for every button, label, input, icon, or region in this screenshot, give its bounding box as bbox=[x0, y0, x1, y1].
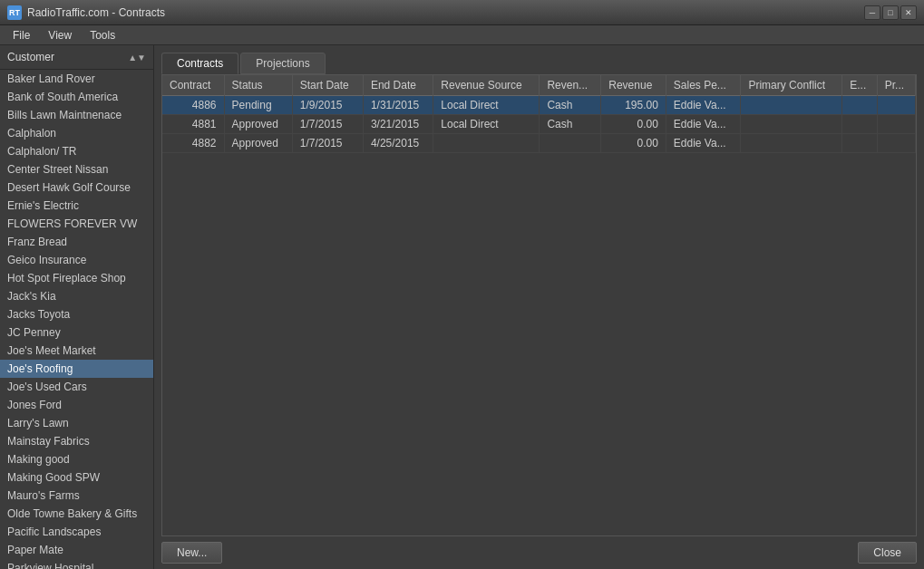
list-item[interactable]: Joe's Roofing bbox=[0, 360, 153, 378]
col-reven[interactable]: Reven... bbox=[540, 75, 601, 96]
new-button[interactable]: New... bbox=[161, 542, 222, 564]
list-item[interactable]: Pacific Landscapes bbox=[0, 523, 153, 541]
table-cell: Eddie Va... bbox=[666, 134, 741, 153]
sidebar-header-label: Customer bbox=[7, 51, 54, 63]
list-item[interactable]: JC Penney bbox=[0, 323, 153, 342]
menu-tools[interactable]: Tools bbox=[81, 27, 124, 43]
bottom-bar: New... Close bbox=[154, 536, 924, 569]
table-cell: 4886 bbox=[162, 96, 224, 115]
list-item[interactable]: Bills Lawn Maintnenace bbox=[0, 106, 153, 124]
list-item[interactable]: Olde Towne Bakery & Gifts bbox=[0, 505, 153, 523]
sidebar-sort-button[interactable]: ▲▼ bbox=[128, 53, 146, 63]
table-scroll[interactable]: Contract Status Start Date End Date Reve… bbox=[162, 75, 916, 535]
table-cell: 1/7/2015 bbox=[292, 134, 363, 153]
list-item[interactable]: Mauro's Farms bbox=[0, 487, 153, 505]
list-item[interactable]: Paper Mate bbox=[0, 541, 153, 559]
menu-bar: File View Tools bbox=[0, 25, 924, 45]
list-item[interactable]: Center Street Nissan bbox=[0, 160, 153, 178]
close-window-button[interactable]: ✕ bbox=[900, 5, 917, 20]
table-row[interactable]: 4881Approved1/7/20153/21/2015Local Direc… bbox=[162, 115, 916, 134]
list-item[interactable]: Parkview Hospital bbox=[0, 559, 153, 569]
list-item[interactable]: Joe's Used Cars bbox=[0, 378, 153, 396]
list-item[interactable]: Making Good SPW bbox=[0, 468, 153, 487]
col-primary-conflict[interactable]: Primary Conflict bbox=[741, 75, 842, 96]
table-cell: Local Direct bbox=[433, 96, 540, 115]
table-cell: 1/31/2015 bbox=[363, 96, 433, 115]
table-cell: 4882 bbox=[162, 134, 224, 153]
col-start-date[interactable]: Start Date bbox=[292, 75, 363, 96]
list-item[interactable]: Hot Spot Fireplace Shop bbox=[0, 269, 153, 287]
table-cell: 1/9/2015 bbox=[292, 96, 363, 115]
maximize-button[interactable]: □ bbox=[882, 5, 899, 20]
tab-projections[interactable]: Projections bbox=[240, 53, 325, 74]
table-cell: 0.00 bbox=[601, 115, 666, 134]
minimize-button[interactable]: ─ bbox=[864, 5, 880, 20]
col-contract[interactable]: Contract bbox=[162, 75, 224, 96]
customer-list[interactable]: Baker Land RoverBank of South AmericaBil… bbox=[0, 70, 153, 569]
table-cell bbox=[842, 134, 878, 153]
table-cell: Cash bbox=[540, 96, 601, 115]
table-cell: Pending bbox=[224, 96, 292, 115]
list-item[interactable]: Joe's Meet Market bbox=[0, 342, 153, 360]
table-cell bbox=[741, 134, 842, 153]
list-item[interactable]: Calphalon bbox=[0, 124, 153, 142]
list-item[interactable]: Mainstay Fabrics bbox=[0, 432, 153, 450]
table-cell bbox=[741, 115, 842, 134]
list-item[interactable]: Franz Bread bbox=[0, 233, 153, 251]
list-item[interactable]: Desert Hawk Golf Course bbox=[0, 178, 153, 197]
col-status[interactable]: Status bbox=[224, 75, 292, 96]
right-panel: Contracts Projections Contract Status St… bbox=[154, 45, 924, 569]
window-controls: ─ □ ✕ bbox=[864, 5, 917, 20]
table-cell bbox=[877, 96, 915, 115]
list-item[interactable]: Jack's Kia bbox=[0, 287, 153, 305]
list-item[interactable]: FLOWERS FOREVER VW bbox=[0, 215, 153, 233]
tabs-bar: Contracts Projections bbox=[154, 45, 924, 74]
list-item[interactable]: Jacks Toyota bbox=[0, 305, 153, 323]
table-row[interactable]: 4886Pending1/9/20151/31/2015Local Direct… bbox=[162, 96, 916, 115]
sidebar-header: Customer ▲▼ bbox=[0, 45, 153, 70]
col-end-date[interactable]: End Date bbox=[363, 75, 433, 96]
menu-view[interactable]: View bbox=[39, 27, 81, 43]
col-pr[interactable]: Pr... bbox=[877, 75, 915, 96]
col-e[interactable]: E... bbox=[842, 75, 878, 96]
close-button[interactable]: Close bbox=[858, 542, 917, 564]
col-revenue[interactable]: Revenue bbox=[601, 75, 666, 96]
list-item[interactable]: Bank of South America bbox=[0, 88, 153, 106]
table-cell: Approved bbox=[224, 134, 292, 153]
contracts-table-body: 4886Pending1/9/20151/31/2015Local Direct… bbox=[162, 96, 916, 153]
app-icon: RT bbox=[7, 5, 22, 20]
list-item[interactable]: Larry's Lawn bbox=[0, 414, 153, 432]
contracts-table: Contract Status Start Date End Date Reve… bbox=[162, 75, 916, 153]
window-title: RadioTraffic.com - Contracts bbox=[27, 6, 864, 19]
list-item[interactable]: Baker Land Rover bbox=[0, 70, 153, 88]
table-cell bbox=[877, 115, 915, 134]
table-cell: Eddie Va... bbox=[666, 115, 741, 134]
table-cell: 0.00 bbox=[601, 134, 666, 153]
table-header-row: Contract Status Start Date End Date Reve… bbox=[162, 75, 916, 96]
table-cell bbox=[540, 134, 601, 153]
table-cell: Approved bbox=[224, 115, 292, 134]
sidebar: Customer ▲▼ Baker Land RoverBank of Sout… bbox=[0, 45, 154, 569]
contracts-table-area: Contract Status Start Date End Date Reve… bbox=[161, 74, 917, 536]
list-item[interactable]: Calphalon/ TR bbox=[0, 142, 153, 160]
menu-file[interactable]: File bbox=[4, 27, 39, 43]
list-item[interactable]: Geico Insurance bbox=[0, 251, 153, 269]
table-cell bbox=[741, 96, 842, 115]
col-sales-pe[interactable]: Sales Pe... bbox=[666, 75, 741, 96]
tab-contracts[interactable]: Contracts bbox=[161, 53, 238, 74]
table-cell: 195.00 bbox=[601, 96, 666, 115]
list-item[interactable]: Making good bbox=[0, 450, 153, 468]
list-item[interactable]: Ernie's Electric bbox=[0, 197, 153, 215]
table-cell bbox=[842, 115, 878, 134]
table-row[interactable]: 4882Approved1/7/20154/25/20150.00Eddie V… bbox=[162, 134, 916, 153]
table-cell: 1/7/2015 bbox=[292, 115, 363, 134]
table-cell: Local Direct bbox=[433, 115, 540, 134]
list-item[interactable]: Jones Ford bbox=[0, 396, 153, 414]
title-bar: RT RadioTraffic.com - Contracts ─ □ ✕ bbox=[0, 0, 924, 25]
table-cell bbox=[877, 134, 915, 153]
col-revenue-source[interactable]: Revenue Source bbox=[433, 75, 540, 96]
table-cell: 4881 bbox=[162, 115, 224, 134]
main-content: Customer ▲▼ Baker Land RoverBank of Sout… bbox=[0, 45, 924, 569]
table-cell: Eddie Va... bbox=[666, 96, 741, 115]
table-cell: 3/21/2015 bbox=[363, 115, 433, 134]
